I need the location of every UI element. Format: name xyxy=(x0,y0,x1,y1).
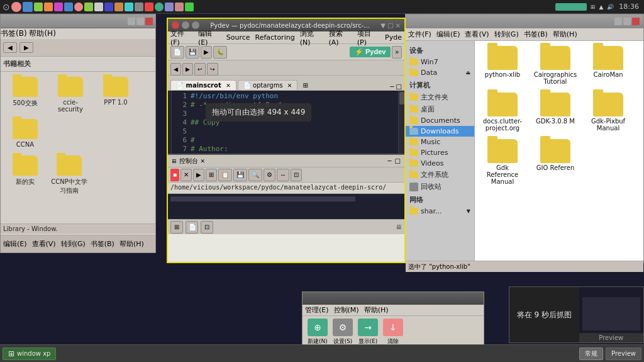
sysmgr-menu-manage[interactable]: 管理(E) xyxy=(305,305,329,315)
console-btn-7[interactable]: ↔ xyxy=(277,169,289,181)
pydev-close[interactable] xyxy=(172,21,179,29)
console-btn-4[interactable]: 💾 xyxy=(233,169,247,181)
app-icon-13[interactable] xyxy=(135,3,143,11)
footer-btn-3[interactable]: ⊡ xyxy=(201,221,213,234)
pydev-menu-pyde[interactable]: Pyde xyxy=(385,33,402,42)
fm-item-trash[interactable]: 回收站 xyxy=(406,181,474,193)
console-scrollbar-h[interactable] xyxy=(170,196,355,201)
fm-item-win7[interactable]: Win7 xyxy=(406,57,474,67)
menu-help2[interactable]: 帮助(H) xyxy=(119,239,144,249)
console-btn-8[interactable]: ⊡ xyxy=(291,169,302,181)
app-icon-3[interactable] xyxy=(34,3,43,11)
pydev-menu-refactor[interactable]: Refactoring xyxy=(255,33,294,42)
menu-help[interactable]: 帮助(H) xyxy=(29,29,55,38)
pydev-maximize[interactable] xyxy=(192,21,199,29)
tab-mainscrot[interactable]: 📄 mainscrot ✕ xyxy=(170,80,236,90)
fm-folder-gdk[interactable]: GDK-3.0.8 M xyxy=(530,90,580,134)
fm-menu-view[interactable]: 查看(V) xyxy=(465,30,489,39)
menu-bookmarks[interactable]: 书签(B) xyxy=(1,29,27,38)
sysmgr-btn-show[interactable]: → 显示(E) xyxy=(358,319,378,346)
fm-folder-docs-clutter[interactable]: docs.clutter-project.org xyxy=(477,90,528,134)
library-back-btn[interactable]: ◀ xyxy=(3,42,17,53)
app-icon-10[interactable] xyxy=(104,3,113,11)
editor-content[interactable]: 1#!/usr/bin/env python 2# -*- coding: ut… xyxy=(172,91,398,154)
library-close[interactable] xyxy=(145,18,153,25)
pydev-minimize[interactable] xyxy=(182,21,189,29)
console-btn-x[interactable]: ✕ xyxy=(180,169,192,181)
pydev-menu-project[interactable]: 项目(P) xyxy=(357,29,380,47)
fm-item-pictures[interactable]: Pictures xyxy=(406,147,474,158)
folder-item-new[interactable]: 新的实 xyxy=(3,153,47,189)
app-icon-18[interactable] xyxy=(185,3,194,11)
tab-ctrl-min[interactable]: − xyxy=(389,83,394,90)
folder-item-ppt[interactable]: PPT 1.0 xyxy=(94,74,138,115)
fm-item-home[interactable]: 主文件夹 xyxy=(406,91,474,103)
menu-edit[interactable]: 编辑(E) xyxy=(3,239,27,249)
pydev-menu-nav[interactable]: 浏览(N) xyxy=(300,29,324,47)
folder-item-ccna[interactable]: CCNA xyxy=(3,116,47,150)
app-icon-8[interactable] xyxy=(84,3,93,11)
app-icon-17[interactable] xyxy=(175,3,184,11)
pydev-menu-search[interactable]: 搜索(A) xyxy=(329,29,352,47)
console-btn-run[interactable]: ▶ xyxy=(193,169,204,181)
fm-menu-edit[interactable]: 编辑(E) xyxy=(436,30,460,39)
tab-ctrl-max[interactable]: □ xyxy=(396,83,402,90)
app-icon-15[interactable] xyxy=(155,3,164,11)
fm-close[interactable] xyxy=(632,18,640,25)
fm-item-documents[interactable]: Documents xyxy=(406,115,474,126)
menu-bkmk[interactable]: 书签(B) xyxy=(91,239,114,249)
console-tab-close[interactable]: ✕ xyxy=(201,158,206,164)
sysmgr-btn-clear[interactable]: ↓ 清除 xyxy=(383,319,403,346)
app-icon-6[interactable] xyxy=(64,3,73,11)
folder-item-ccnp[interactable]: CCNP中文学习指南 xyxy=(47,153,91,198)
fm-data-eject[interactable]: ⏏ xyxy=(465,70,470,76)
fm-item-data[interactable]: Data ⏏ xyxy=(406,67,474,78)
taskbar-item-preview[interactable]: Preview xyxy=(606,348,641,360)
console-btn-2[interactable]: ⊞ xyxy=(206,169,217,181)
undo-btn[interactable]: ↩ xyxy=(194,63,206,76)
sysmgr-menu-help[interactable]: 帮助(H) xyxy=(364,305,389,315)
fm-folder-gdk-ref[interactable]: Gdk Reference Manual xyxy=(477,137,528,188)
app-icon-7[interactable] xyxy=(74,3,83,11)
tab-mainscrot-close[interactable]: ✕ xyxy=(226,82,231,89)
folder-item-500[interactable]: 500交换 xyxy=(3,74,47,115)
folder-item-ccie[interactable]: ccie-security xyxy=(48,74,92,115)
fm-menu-goto[interactable]: 转到(G) xyxy=(494,30,519,39)
fm-share-expand[interactable]: ▼ xyxy=(467,208,470,214)
fm-folder-python-xlib[interactable]: python-xlib xyxy=(477,43,528,88)
fm-menu-file[interactable]: 文件(F) xyxy=(408,30,431,39)
taskbar-item-normal[interactable]: 常规 xyxy=(579,348,603,360)
fm-item-filesystem[interactable]: 文件系统 xyxy=(406,169,474,181)
console-stop-btn[interactable]: ■ xyxy=(170,169,179,181)
console-btn-5[interactable]: 🔍 xyxy=(248,169,262,181)
console-body[interactable] xyxy=(168,194,404,219)
footer-btn-2[interactable]: 📄 xyxy=(186,221,198,234)
menu-view[interactable]: 查看(V) xyxy=(32,239,56,249)
app-icon-5[interactable] xyxy=(54,3,63,11)
app-icon-14[interactable] xyxy=(145,3,153,11)
sysmgr-menu-ctrl[interactable]: 控制(M) xyxy=(334,305,359,315)
app-icon-1[interactable] xyxy=(11,2,21,12)
sysmgr-btn-new[interactable]: ⊕ 新建(N) xyxy=(308,319,328,346)
app-icon-11[interactable] xyxy=(114,3,123,11)
sysmgr-btn-settings[interactable]: ⚙ 设置(S) xyxy=(333,319,353,346)
toolbar-new[interactable]: 📄 xyxy=(170,46,184,59)
fm-item-videos[interactable]: Videos xyxy=(406,158,474,169)
toolbar-debug[interactable]: 🐛 xyxy=(213,46,227,59)
fm-item-share[interactable]: shar... ▼ xyxy=(406,206,474,217)
fm-menu-help[interactable]: 帮助(H) xyxy=(553,30,577,39)
library-minimize[interactable] xyxy=(128,18,135,25)
fwd-btn[interactable]: ▶ xyxy=(182,63,193,76)
fm-item-desktop[interactable]: 桌面 xyxy=(406,103,474,115)
tab-extra[interactable]: ⊞ xyxy=(299,81,311,90)
fm-minimize[interactable] xyxy=(614,18,622,25)
back-btn[interactable]: ◀ xyxy=(170,63,181,76)
app-icon-16[interactable] xyxy=(165,3,174,11)
editor-scrollbar[interactable] xyxy=(398,91,404,154)
toolbar-run[interactable]: ▶ xyxy=(201,46,212,59)
taskbar-item-xp[interactable]: ⊞ window xp xyxy=(3,348,56,360)
app-icon-4[interactable] xyxy=(44,3,53,11)
fm-folder-cairoman[interactable]: CairoMan xyxy=(583,43,633,88)
fm-folder-cairo-tut[interactable]: CairographicsTutorial xyxy=(530,43,580,88)
console-btn-6[interactable]: ⚙ xyxy=(264,169,275,181)
